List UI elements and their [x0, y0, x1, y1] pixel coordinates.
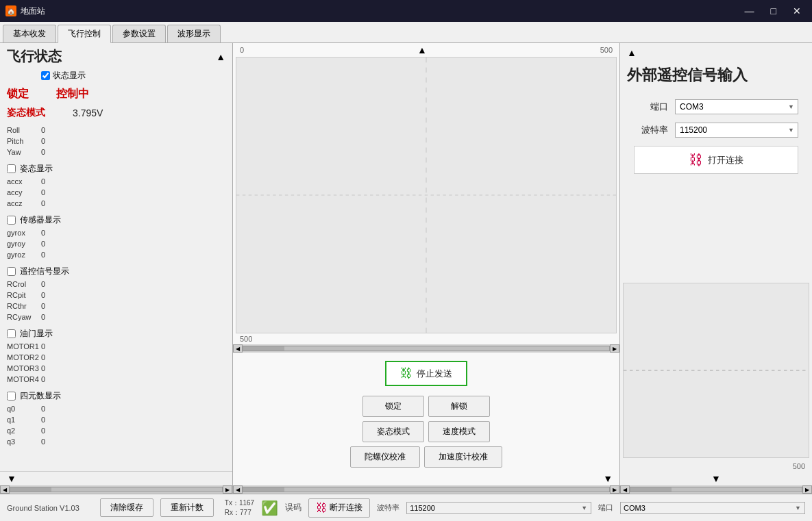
speed-mode-button[interactable]: 速度模式 — [428, 421, 490, 442]
stop-send-btn-row: ⛓ 停止发送 — [233, 355, 619, 392]
rc-display-checkbox[interactable] — [7, 267, 16, 276]
control-status-label: 控制中 — [56, 87, 89, 101]
right-scroll-right[interactable]: ▶ — [802, 485, 812, 494]
mid-bottom-scrollbar[interactable]: ◀ ▶ — [233, 485, 619, 494]
right-title-row: 外部遥控信号输入 — [620, 62, 812, 92]
pitch-value: 0 — [41, 136, 45, 147]
baud-select[interactable]: 115200 — [675, 123, 798, 138]
mid-scroll-left[interactable]: ◀ — [233, 344, 243, 353]
right-panel-form: 端口 COM3 波特率 115200 — [620, 92, 812, 280]
status-port-select[interactable]: COM3 — [620, 502, 805, 514]
chain-icon-disconnect: ⛓ — [316, 502, 327, 514]
chart-bottom-left-label: 500 — [240, 335, 252, 343]
motor2-label: MOTOR2 — [7, 352, 41, 363]
rcpit-row: RCpit 0 — [7, 290, 225, 301]
left-panel: 飞行状态 ▲ 状态显示 锁定 控制中 姿态模式 3.795V — [0, 43, 233, 494]
right-scroll-left[interactable]: ◀ — [620, 485, 630, 494]
rcthr-row: RCthr 0 — [7, 301, 225, 312]
throttle-display-checkbox[interactable] — [7, 329, 16, 338]
close-button[interactable]: ✕ — [787, 4, 807, 18]
chart-scroll-down-icon[interactable]: ▼ — [603, 473, 613, 484]
motor1-label: MOTOR1 — [7, 341, 41, 352]
stop-send-button[interactable]: ⛓ 停止发送 — [385, 361, 467, 386]
chart-scroll-up-icon[interactable]: ▲ — [417, 45, 427, 55]
port-select[interactable]: COM3 — [675, 99, 798, 114]
chain-icon-red: ⛓ — [689, 152, 702, 168]
gyroz-label: gyroz — [7, 249, 41, 260]
open-connection-button[interactable]: ⛓ 打开连接 — [634, 146, 798, 174]
q3-label: q3 — [7, 436, 41, 447]
accel-calib-button[interactable]: 加速度计校准 — [424, 446, 502, 468]
scroll-up-icon[interactable]: ▲ — [216, 51, 225, 62]
clear-cache-button[interactable]: 清除缓存 — [100, 498, 153, 517]
status-display-checkbox[interactable] — [41, 71, 50, 80]
flight-mode-label: 姿态模式 — [7, 107, 45, 119]
accy-label: accy — [7, 187, 41, 198]
rcrol-value: 0 — [41, 279, 45, 290]
maximize-button[interactable]: □ — [765, 4, 782, 18]
status-checkbox-row: 状态显示 — [0, 68, 232, 84]
port-status-label: 端口 — [598, 503, 613, 513]
minimize-button[interactable]: — — [739, 4, 760, 18]
scroll-right-arrow[interactable]: ▶ — [223, 485, 232, 494]
unlock-button[interactable]: 解锁 — [428, 396, 490, 417]
accy-value: 0 — [41, 187, 45, 198]
quaternion-display-label: 四元数显示 — [20, 390, 61, 402]
gyrox-row: gyrox 0 — [7, 227, 225, 238]
quaternion-display-checkbox[interactable] — [7, 392, 16, 401]
rc-checkbox-row: 遥控信号显示 — [7, 264, 225, 279]
tab-waveform[interactable]: 波形显示 — [167, 25, 221, 42]
disconnect-button[interactable]: ⛓ 断开连接 — [308, 498, 370, 518]
sensor-display-checkbox[interactable] — [7, 216, 16, 225]
accx-row: accx 0 — [7, 176, 225, 187]
tab-flight-control[interactable]: 飞行控制 — [58, 25, 111, 43]
right-horizontal-scrollbar[interactable]: ◀ ▶ — [620, 485, 812, 494]
scrollbar-track-left[interactable] — [10, 487, 223, 492]
baud-select-wrapper[interactable]: 115200 — [675, 123, 798, 138]
tab-param[interactable]: 参数设置 — [112, 25, 166, 42]
calib-row: 陀螺仪校准 加速度计校准 — [240, 446, 613, 468]
error-label: 误码 — [285, 502, 302, 513]
recount-button[interactable]: 重新计数 — [160, 498, 214, 517]
status-baud-select-wrapper[interactable]: 115200 — [406, 502, 591, 514]
tab-bar: 基本收发 飞行控制 参数设置 波形显示 — [0, 22, 812, 43]
rcpit-value: 0 — [41, 290, 45, 301]
rcyaw-label: RCyaw — [7, 312, 41, 322]
gyrox-value: 0 — [41, 227, 45, 238]
mid-scroll-right[interactable]: ▶ — [610, 344, 619, 353]
port-form-row: 端口 COM3 — [634, 99, 798, 114]
pitch-label: Pitch — [7, 136, 41, 147]
right-panel-title: 外部遥控信号输入 — [627, 66, 748, 84]
left-horizontal-scrollbar[interactable]: ◀ ▶ — [0, 485, 232, 494]
scrollbar-thumb-left[interactable] — [10, 487, 51, 492]
attitude-mode-button[interactable]: 姿态模式 — [362, 421, 424, 442]
q2-row: q2 0 — [7, 425, 225, 436]
app-title: 地面站 — [21, 5, 739, 17]
chain-icon-green: ⛓ — [400, 366, 413, 381]
throttle-checkbox-row: 油门显示 — [7, 327, 225, 341]
mid-bottom-scroll-right[interactable]: ▶ — [610, 485, 619, 494]
q2-value: 0 — [41, 425, 45, 436]
tab-basic[interactable]: 基本收发 — [3, 25, 56, 42]
gyro-calib-button[interactable]: 陀螺仪校准 — [350, 446, 420, 468]
yaw-value: 0 — [41, 147, 45, 157]
mid-top-horizontal-scrollbar[interactable]: ◀ ▶ — [233, 344, 619, 353]
lock-button[interactable]: 锁定 — [362, 396, 424, 417]
status-port-select-wrapper[interactable]: COM3 — [620, 502, 805, 514]
status-baud-select[interactable]: 115200 — [406, 502, 591, 514]
status-display-label: 状态显示 — [53, 70, 86, 81]
left-scroll-down-icon[interactable]: ▼ — [7, 473, 16, 484]
middle-panel: 0 ▲ 500 500 ◀ ▶ — [233, 43, 620, 494]
right-chart-500-label: 500 — [793, 462, 805, 470]
mid-bottom-scroll-left[interactable]: ◀ — [233, 485, 243, 494]
right-scroll-up-icon[interactable]: ▲ — [627, 47, 637, 58]
attitude-display-checkbox[interactable] — [7, 164, 16, 173]
chart-label-0-top: 0 — [240, 46, 244, 54]
right-scroll-down-icon[interactable]: ▼ — [711, 473, 721, 484]
control-buttons-area: 锁定 解锁 姿态模式 速度模式 陀螺仪校准 加速度计校准 — [233, 392, 619, 472]
lock-unlock-row: 锁定 解锁 — [240, 396, 613, 417]
tx-label: Tx：1167 — [225, 498, 254, 508]
right-panel-header: ▲ — [620, 43, 812, 62]
port-select-wrapper[interactable]: COM3 — [675, 99, 798, 114]
scroll-left-arrow[interactable]: ◀ — [0, 485, 10, 494]
